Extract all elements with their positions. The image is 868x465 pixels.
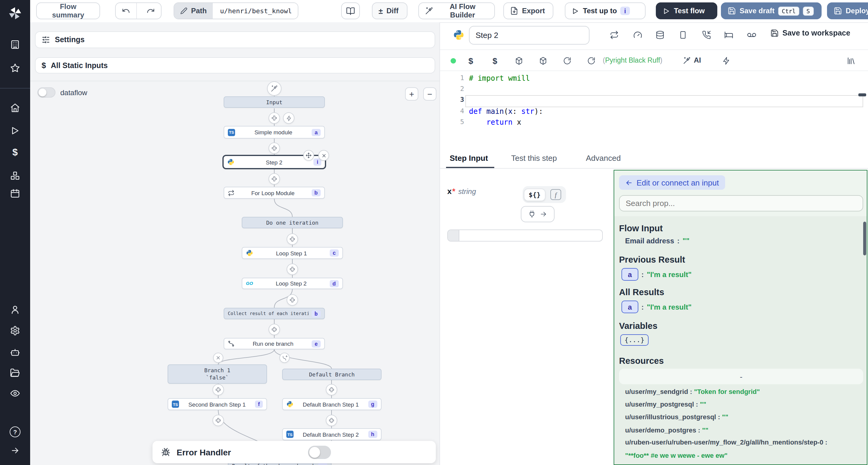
- workspace-icon[interactable]: [10, 39, 20, 50]
- step-badge[interactable]: a: [621, 268, 638, 281]
- worker-gauge-icon[interactable]: [633, 30, 642, 39]
- edit-or-connect-back-button[interactable]: Edit or connect an input: [619, 175, 725, 190]
- save-draft-button[interactable]: Save draft Ctrl S: [721, 2, 822, 19]
- add-step-button[interactable]: [269, 112, 280, 124]
- resource-row[interactable]: u/user/my_sendgrid : "Token for sendgrid…: [625, 388, 760, 395]
- resources-empty-box[interactable]: -: [619, 369, 863, 384]
- add-step-button[interactable]: [269, 324, 280, 335]
- expr-mode-chip[interactable]: ${}: [524, 188, 546, 201]
- node-default-branch-step-2[interactable]: TS Default Branch Step 2 h: [282, 428, 381, 440]
- resources-boxes-icon[interactable]: [10, 171, 20, 181]
- ai-assist-button[interactable]: AI: [683, 56, 701, 64]
- node-second-branch-step-1[interactable]: TS Second Branch Step 1 f: [167, 398, 267, 410]
- favorites-star-icon[interactable]: [10, 63, 20, 73]
- all-results-row[interactable]: a : "I'm a result": [621, 301, 692, 313]
- runs-play-icon[interactable]: [10, 126, 20, 136]
- flow-summary-button[interactable]: Flow summary: [36, 2, 100, 19]
- export-button[interactable]: Export: [503, 2, 553, 19]
- resource-row[interactable]: u/user/illustrious_postgresql : "": [625, 413, 728, 421]
- flow-settings-row[interactable]: Settings: [35, 31, 435, 48]
- resource-row[interactable]: u/user/demo_postgres : "": [625, 427, 708, 434]
- step-badge[interactable]: a: [621, 301, 638, 313]
- variables-dollar-icon[interactable]: $: [12, 147, 18, 158]
- lint-status[interactable]: (Pyright Black Ruff): [603, 57, 662, 64]
- users-icon[interactable]: [10, 304, 20, 315]
- add-branch-button[interactable]: [279, 353, 290, 363]
- path-input[interactable]: [216, 3, 298, 19]
- connect-input-button[interactable]: [521, 206, 555, 222]
- add-step-button[interactable]: [213, 384, 224, 395]
- all-static-inputs-row[interactable]: $ All Static Inputs: [35, 57, 435, 73]
- code-editor[interactable]: 1 2 3 4 5 # import wmill def main(x: str…: [440, 71, 868, 150]
- save-to-workspace-button[interactable]: Save to workspace: [770, 29, 850, 37]
- ai-flow-builder-button[interactable]: AI Flow Builder: [418, 2, 495, 19]
- add-step-button[interactable]: [269, 173, 280, 185]
- schedules-calendar-icon[interactable]: [10, 188, 20, 198]
- workers-bot-icon[interactable]: [10, 347, 20, 358]
- add-step-button[interactable]: [269, 142, 280, 154]
- panel-scrollbar-thumb[interactable]: [863, 222, 866, 255]
- path-edit-button[interactable]: Path: [174, 3, 213, 19]
- variables-object-badge[interactable]: {...}: [620, 334, 649, 346]
- windmill-logo-icon[interactable]: [8, 6, 22, 21]
- node-collect-result[interactable]: Collect result of each iteration b: [224, 308, 325, 319]
- tab-advanced[interactable]: Advanced: [586, 154, 621, 163]
- package-icon[interactable]: [515, 57, 523, 65]
- assets-dollar-icon[interactable]: $: [468, 56, 473, 66]
- step-title-input[interactable]: [469, 26, 590, 44]
- node-input[interactable]: Input: [224, 96, 325, 108]
- window-icon[interactable]: [678, 30, 687, 39]
- undo-icon[interactable]: [116, 3, 137, 19]
- trigger-bolt-button[interactable]: [283, 112, 294, 124]
- resource-row[interactable]: u/user/my_postgresql : "": [625, 401, 706, 408]
- node-for-loop[interactable]: For Loop Module b: [224, 187, 325, 199]
- node-default-branch[interactable]: Default Branch: [282, 369, 381, 380]
- add-step-button[interactable]: [287, 233, 298, 245]
- flow-input-row[interactable]: Email address : "": [625, 237, 689, 245]
- remove-branch-button[interactable]: [213, 353, 223, 363]
- resource-row[interactable]: u/ruben-user/u/ruben-user/my_flow_2/g/al…: [625, 438, 827, 446]
- delete-step-button[interactable]: [318, 150, 329, 161]
- search-prop-input[interactable]: [619, 195, 863, 211]
- reload-icon[interactable]: [563, 57, 571, 65]
- deploy-button[interactable]: Deploy: [827, 2, 868, 19]
- test-up-to-button[interactable]: Test up to i: [565, 2, 646, 19]
- node-loop-step-1[interactable]: Loop Step 1 c: [242, 247, 343, 259]
- test-flow-button[interactable]: Test flow: [656, 2, 717, 19]
- settings-gear-icon[interactable]: [10, 326, 20, 336]
- cache-repeat-icon[interactable]: [610, 30, 619, 39]
- add-step-button[interactable]: [326, 384, 337, 395]
- node-simple-module[interactable]: TS Simple module a: [224, 126, 325, 138]
- scrollbar-marker[interactable]: [858, 93, 866, 96]
- library-panel-icon[interactable]: [846, 56, 856, 65]
- sleep-bed-icon[interactable]: [724, 30, 733, 39]
- fn-mode-chip[interactable]: f: [550, 189, 561, 200]
- tab-test-this-step[interactable]: Test this step: [511, 154, 557, 163]
- error-handler-toggle[interactable]: [308, 445, 331, 459]
- help-icon[interactable]: ?: [10, 427, 21, 437]
- node-run-one-branch[interactable]: Run one branch e: [224, 338, 325, 350]
- voicemail-icon[interactable]: [747, 30, 756, 40]
- resource-value-wrapped[interactable]: "**foo** #e we w wewe - ewe ew": [625, 452, 727, 459]
- lightning-icon[interactable]: [722, 57, 731, 65]
- suspend-phone-icon[interactable]: [702, 30, 711, 39]
- add-step-button[interactable]: [287, 294, 298, 306]
- node-do-one-iteration[interactable]: Do one iteration: [242, 217, 343, 228]
- ai-suggest-wand-button[interactable]: [267, 81, 281, 96]
- audit-eye-icon[interactable]: [10, 388, 20, 398]
- variables-dollar-icon[interactable]: $: [493, 56, 497, 66]
- reload-icon[interactable]: [587, 57, 595, 65]
- folders-icon[interactable]: [10, 368, 20, 378]
- docs-book-icon[interactable]: [341, 2, 360, 19]
- move-step-handle[interactable]: [303, 150, 314, 161]
- add-step-button[interactable]: [213, 415, 224, 426]
- collapse-arrow-icon[interactable]: [10, 446, 20, 455]
- arg-value-input[interactable]: [447, 230, 603, 241]
- add-step-button[interactable]: [326, 415, 337, 426]
- add-step-button[interactable]: [287, 264, 298, 275]
- package-icon[interactable]: [539, 57, 547, 65]
- node-loop-step-2[interactable]: GO Loop Step 2 d: [242, 278, 343, 289]
- redo-icon[interactable]: [141, 3, 161, 19]
- home-icon[interactable]: [10, 103, 20, 113]
- previous-result-row[interactable]: a : "I'm a result": [621, 268, 692, 281]
